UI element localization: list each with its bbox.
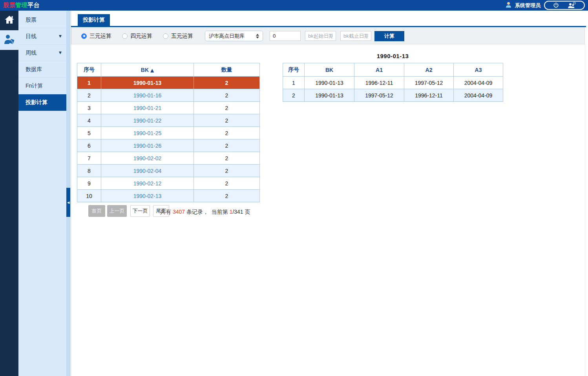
sort-ascending-icon: ▲: [150, 68, 154, 73]
bk-date-link[interactable]: 1990-01-16: [133, 92, 162, 99]
radio-selected-icon[interactable]: [81, 33, 87, 39]
cell-seq: 3: [77, 102, 101, 114]
pagination-prev-button[interactable]: 上一页: [107, 205, 127, 217]
cell-seq: 1: [77, 77, 101, 89]
admin-user-label[interactable]: 系统管理员: [515, 2, 541, 9]
radio-label: 三元运算: [89, 33, 111, 40]
sidebar-item-stock[interactable]: 股票: [18, 12, 66, 28]
sidebar-item-projection-calc[interactable]: 投影计算: [18, 94, 66, 111]
calc-toolbar: 三元运算 四元运算 五元运算 沪市高点日期库 计算: [71, 28, 585, 44]
bk-start-date-input[interactable]: [305, 31, 336, 41]
radio-ternary-operation[interactable]: 三元运算: [81, 33, 111, 40]
cell-seq: 9: [77, 177, 101, 190]
cell-seq: 5: [77, 127, 101, 139]
col-header-bk-label: BK: [141, 67, 149, 73]
topbar-right-group: 系统管理员: [506, 0, 585, 11]
logout-power-icon[interactable]: [553, 2, 559, 8]
cell-count: 2: [194, 152, 260, 165]
sidebar-home-button[interactable]: [0, 11, 18, 30]
bk-date-link[interactable]: 1990-02-02: [133, 155, 162, 161]
calculate-button[interactable]: 计算: [374, 31, 404, 41]
home-icon: [4, 15, 15, 26]
sidebar-divider: [71, 11, 71, 376]
record-info-text: 共有: [160, 209, 173, 215]
col-header-seq[interactable]: 序号: [77, 63, 101, 77]
radio-label: 四元运算: [130, 33, 152, 40]
tab-underline: [71, 26, 586, 27]
sidebar-stock-module-button[interactable]: [0, 30, 18, 50]
col-header-a1: A1: [354, 63, 404, 77]
user-avatar-icon: [506, 2, 511, 9]
pagination-bar: 首页 上一页 下一页 尾页: [88, 205, 169, 217]
database-select-value: 沪市高点日期库: [209, 33, 245, 40]
app-title-part3: 平台: [27, 2, 40, 8]
radio-quinary-operation[interactable]: 五元运算: [163, 33, 193, 40]
table-row[interactable]: 6 1990-01-26 2: [77, 139, 260, 152]
col-header-bk: BK: [305, 63, 354, 77]
database-select[interactable]: 沪市高点日期库: [205, 31, 263, 41]
cell-count: 2: [194, 127, 260, 139]
table-row-selected[interactable]: 1 1990-01-13 2: [77, 77, 260, 89]
radio-quaternary-operation[interactable]: 四元运算: [122, 33, 152, 40]
bk-date-link[interactable]: 1990-02-04: [133, 168, 162, 174]
bk-date-link[interactable]: 1990-02-12: [133, 180, 162, 187]
cell-count: 2: [194, 139, 260, 152]
cell-bk: 1990-01-13: [305, 89, 354, 102]
sidebar-collapse-handle[interactable]: ◀: [66, 188, 70, 217]
radio-label: 五元运算: [171, 33, 193, 40]
bk-date-link[interactable]: 1990-01-26: [133, 143, 162, 149]
table-row[interactable]: 5 1990-01-25 2: [77, 127, 260, 139]
table-row[interactable]: 4 1990-01-22 2: [77, 114, 260, 127]
radio-unselected-icon[interactable]: [122, 33, 128, 39]
radio-unselected-icon[interactable]: [163, 33, 168, 39]
pagination-next-button[interactable]: 下一页: [130, 205, 150, 217]
table-header-row: 序号 BK▲ 数量: [77, 63, 260, 77]
col-header-bk[interactable]: BK▲: [101, 63, 194, 77]
table-row: 2 1990-01-13 1997-05-12 1996-12-11 2004-…: [283, 89, 503, 102]
cell-seq: 1: [283, 77, 305, 89]
table-row[interactable]: 2 1990-01-16 2: [77, 89, 260, 102]
sidebar-item-database[interactable]: 数据库: [18, 61, 66, 78]
table-row[interactable]: 3 1990-01-21 2: [77, 102, 260, 114]
bk-date-link[interactable]: 1990-02-13: [133, 193, 162, 199]
offset-number-input[interactable]: [270, 31, 301, 41]
pagination-first-button[interactable]: 首页: [88, 205, 105, 217]
sidebar-item-daily-line[interactable]: 日线 ▼: [18, 28, 66, 45]
bk-date-link[interactable]: 1990-01-25: [133, 130, 162, 136]
col-header-seq: 序号: [283, 63, 305, 77]
bk-date-link[interactable]: 1990-01-21: [133, 105, 162, 111]
cell-seq: 6: [77, 139, 101, 152]
top-navbar: 股票管理平台 系统管理员: [0, 0, 588, 11]
app-title-part1: 股票: [3, 2, 15, 8]
cell-count: 2: [194, 102, 260, 114]
users-help-icon[interactable]: [568, 2, 576, 9]
bk-date-link[interactable]: 1990-01-13: [133, 80, 162, 86]
record-total-count: 3407: [173, 209, 185, 215]
collapse-left-icon: ◀: [67, 201, 69, 204]
sidebar-item-label: 周线: [26, 50, 37, 56]
cell-seq: 10: [77, 190, 101, 202]
col-header-count[interactable]: 数量: [194, 63, 260, 77]
record-info-text: /341 页: [232, 209, 250, 215]
tab-projection-calc[interactable]: 投影计算: [78, 14, 110, 26]
table-row[interactable]: 8 1990-02-04 2: [77, 165, 260, 177]
table-row[interactable]: 10 1990-02-13 2: [77, 190, 260, 202]
sidebar-item-weekly-line[interactable]: 周线 ▼: [18, 45, 66, 61]
sidebar-item-label: Fn计算: [26, 83, 43, 89]
sidebar-icon-rail: [0, 11, 18, 376]
sidebar-item-label: 日线: [26, 33, 37, 39]
app-title: 股票管理平台: [3, 2, 40, 9]
bk-list-table: 序号 BK▲ 数量 1 1990-01-13 2 2 1990-01-16 2 …: [77, 63, 260, 202]
bk-end-date-input[interactable]: [340, 31, 371, 41]
col-header-a2: A2: [404, 63, 454, 77]
bk-date-link[interactable]: 1990-01-22: [133, 117, 162, 124]
sidebar-item-fn-calc[interactable]: Fn计算: [18, 78, 66, 94]
table-row[interactable]: 7 1990-02-02 2: [77, 152, 260, 165]
cell-a1: 1996-12-11: [354, 77, 404, 89]
cell-bk: 1990-01-13: [305, 77, 354, 89]
cell-count: 2: [194, 114, 260, 127]
table-row[interactable]: 9 1990-02-12 2: [77, 177, 260, 190]
sidebar-item-label: 股票: [26, 17, 37, 23]
cell-seq: 4: [77, 114, 101, 127]
topbar-actions-pill: [544, 1, 585, 10]
